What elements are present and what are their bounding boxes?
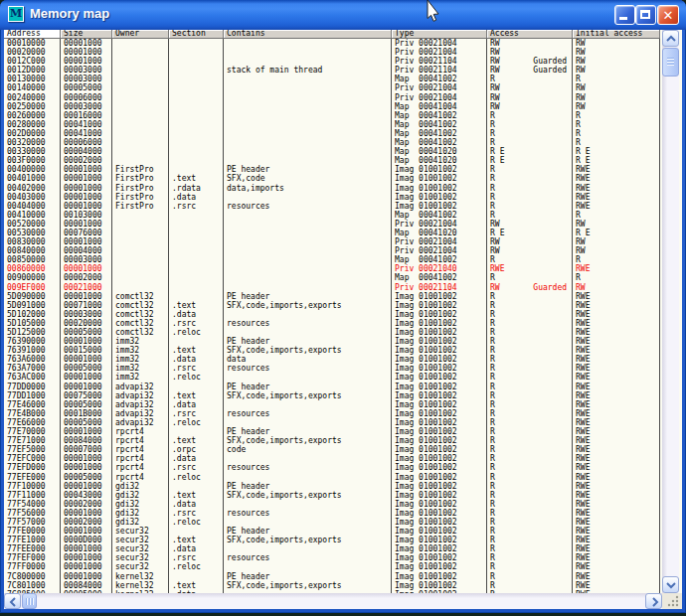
table-row[interactable]: 0052000000001000Priv 00021004RWRW — [4, 220, 682, 229]
column-header-initial-access[interactable]: Initial access — [573, 30, 660, 39]
table-row[interactable]: 0040100000001000FirstPro.textSFX,codeIma… — [4, 174, 682, 183]
table-row[interactable]: 77DD100000075000advapi32.textSFX,code,im… — [4, 391, 682, 400]
table-row[interactable]: 7C80100000084000kernel32.textSFX,code,im… — [4, 581, 682, 590]
table-row[interactable]: 002D000000041000Map 00041002RR — [4, 129, 682, 138]
table-row[interactable]: 003F000000002000Map 00041020R ER E — [4, 156, 682, 165]
cell-section: .rsrc — [169, 463, 224, 472]
cell-owner: FirstPro — [112, 165, 169, 174]
table-row[interactable]: 763AC00000001000imm32.relocImag 01001002… — [4, 373, 682, 382]
table-row[interactable]: 7C80000000001000kernel32PE headerImag 01… — [4, 572, 682, 581]
minimize-button[interactable] — [614, 5, 635, 25]
table-row[interactable]: 77FE000000001000secur32PE headerImag 010… — [4, 527, 682, 536]
table-row[interactable]: 77FEF00000001000secur32.rsrcresourcesIma… — [4, 553, 682, 562]
table-row[interactable]: 77F5700000002000gdi32.relocImag 01001002… — [4, 518, 682, 527]
table-row[interactable]: 763A700000005000imm32.rsrcresourcesImag … — [4, 364, 682, 373]
cell-access: R — [487, 527, 573, 536]
cell-access: R — [487, 346, 573, 355]
table-row[interactable]: 77F1000000001000gdi32PE headerImag 01001… — [4, 482, 682, 491]
table-row[interactable]: 77EFD00000001000rpcrt4.rsrcresourcesImag… — [4, 463, 682, 472]
column-header-contains[interactable]: Contains — [224, 30, 392, 39]
table-row[interactable]: 0040200000001000FirstPro.rdatadata,impor… — [4, 184, 682, 193]
table-row[interactable]: 0053000000076000Map 00041020R ER E — [4, 229, 682, 237]
column-header-type[interactable]: Type — [392, 30, 487, 39]
cell-size: 00041000 — [61, 120, 112, 129]
scroll-right-button[interactable] — [645, 593, 662, 609]
table-row[interactable]: 0040000000001000FirstProPE headerImag 01… — [4, 165, 682, 174]
table-row[interactable]: 0032000000006000Map 00041002RR — [4, 138, 682, 147]
cell-type: Imag 01001002 — [392, 536, 487, 544]
column-header-access[interactable]: Access — [487, 30, 573, 39]
table-row[interactable]: 77FF000000001000secur32.relocImag 010010… — [4, 562, 682, 571]
cell-initial_access: R — [573, 75, 660, 83]
table-row[interactable]: 77E4600000005000advapi32.dataImag 010010… — [4, 400, 682, 409]
table-row[interactable]: 0086000000001000Priv 00021040RWERWE — [4, 264, 682, 273]
column-header-address[interactable]: Address — [4, 30, 61, 39]
table-row[interactable]: 0001000000001000Priv 00021004RWRW — [4, 39, 682, 48]
table-row[interactable]: 77DD000000001000advapi32PE headerImag 01… — [4, 383, 682, 391]
table-row[interactable]: 77FE10000000D000secur32.textSFX,code,imp… — [4, 536, 682, 544]
table-row[interactable]: 0014000000005000Priv 00021004RWRW — [4, 83, 682, 92]
vertical-scrollbar[interactable] — [662, 30, 679, 593]
title-bar[interactable]: M Memory map ✕ — [0, 0, 686, 30]
table-row[interactable]: 77EFE00000005000rpcrt4.relocImag 0100100… — [4, 473, 682, 482]
maximize-button[interactable] — [635, 5, 656, 25]
table-row[interactable]: 0012D00000003000stack of main threadPriv… — [4, 66, 682, 75]
memory-map-table[interactable]: 0001000000001000Priv 00021004RWRW0002000… — [4, 39, 682, 593]
table-row[interactable]: 77E4B0000001B000advapi32.rsrcresourcesIm… — [4, 409, 682, 418]
scroll-down-button[interactable] — [662, 576, 679, 593]
table-row[interactable]: 7639000000001000imm32PE headerImag 01001… — [4, 337, 682, 346]
vertical-scroll-thumb[interactable] — [662, 48, 679, 77]
cell-owner — [112, 147, 169, 156]
cell-contains: code — [224, 445, 392, 454]
table-row[interactable]: 009EF00000021000Priv 00021104RW GuardedR… — [4, 283, 682, 292]
table-row[interactable]: 0083000000001000Priv 00021004RWRW — [4, 237, 682, 246]
table-row[interactable]: 0025000000003000Map 00041004RWRW — [4, 102, 682, 111]
table-row[interactable]: 0002000000001000Priv 00021004RWRW — [4, 48, 682, 57]
table-row[interactable]: 77F5400000002000gdi32.dataImag 01001002R… — [4, 500, 682, 509]
horizontal-scrollbar[interactable] — [4, 593, 662, 609]
table-row[interactable]: 77E7100000084000rpcrt4.textSFX,code,impo… — [4, 436, 682, 445]
cell-size: 00043000 — [61, 491, 112, 500]
window-resize-grip[interactable] — [662, 593, 682, 609]
table-row[interactable]: 5D09100000071000comctl32.textSFX,code,im… — [4, 301, 682, 310]
table-row[interactable]: 77EF500000007000rpcrt4.orpccodeImag 0100… — [4, 445, 682, 454]
cell-section — [169, 211, 224, 220]
table-row[interactable]: 0013000000003000Map 00041002RR — [4, 75, 682, 83]
table-row[interactable]: 0024000000006000Priv 00021004RWRW — [4, 93, 682, 102]
cell-access: R E — [487, 229, 573, 237]
horizontal-scroll-thumb[interactable] — [22, 593, 37, 609]
table-row[interactable]: 77E6600000005000advapi32.relocImag 01001… — [4, 418, 682, 427]
table-row[interactable]: 77F5600000001000gdi32.rsrcresourcesImag … — [4, 509, 682, 518]
table-row[interactable]: 763A600000001000imm32.datadataImag 01001… — [4, 355, 682, 364]
table-row[interactable]: 77EFC00000001000rpcrt4.dataImag 01001002… — [4, 454, 682, 463]
scroll-up-button[interactable] — [662, 30, 679, 47]
table-row[interactable]: 77FEE00000001000secur32.dataImag 0100100… — [4, 544, 682, 553]
table-row[interactable]: 7639100000015000imm32.textSFX,code,impor… — [4, 346, 682, 355]
table-row[interactable]: 5D10200000003000comctl32.dataImag 010010… — [4, 310, 682, 319]
table-row[interactable]: 77F1100000043000gdi32.textSFX,code,impor… — [4, 491, 682, 500]
table-row[interactable]: 5D10500000020000comctl32.rsrcresourcesIm… — [4, 319, 682, 328]
table-row[interactable]: 5D12500000005000comctl32.relocImag 01001… — [4, 328, 682, 337]
column-header-section[interactable]: Section — [169, 30, 224, 39]
app-icon[interactable]: M — [8, 6, 24, 22]
table-row[interactable]: 0090000000002000Map 00041002RR — [4, 273, 682, 282]
table-row[interactable]: 0028000000041000Map 00041002RR — [4, 120, 682, 129]
table-row[interactable]: 77E7000000001000rpcrt4PE headerImag 0100… — [4, 427, 682, 436]
table-row[interactable]: 0040300000001000FirstPro.dataImag 010010… — [4, 193, 682, 202]
table-row[interactable]: 0040400000001000FirstPro.rsrcresourcesIm… — [4, 202, 682, 211]
cell-access: R — [487, 174, 573, 183]
column-header-owner[interactable]: Owner — [112, 30, 169, 39]
cell-size: 0000D000 — [61, 536, 112, 544]
table-row[interactable]: 0012C00000001000Priv 00021104RW GuardedR… — [4, 57, 682, 66]
cell-size: 00006000 — [61, 93, 112, 102]
scroll-left-button[interactable] — [4, 593, 21, 609]
table-row[interactable]: 0033000000004000Map 00041020R ER E — [4, 147, 682, 156]
table-row[interactable]: 0085000000003000Map 00041002RR — [4, 255, 682, 264]
column-header-size[interactable]: Size — [61, 30, 112, 39]
cell-size: 00005000 — [61, 473, 112, 482]
close-button[interactable]: ✕ — [657, 5, 679, 25]
table-row[interactable]: 0026000000016000Map 00041002RR — [4, 111, 682, 120]
table-row[interactable]: 5D09000000001000comctl32PE headerImag 01… — [4, 292, 682, 301]
table-row[interactable]: 0084000000004000Priv 00021004RWRW — [4, 246, 682, 255]
table-row[interactable]: 0041000000103000Map 00041002RR — [4, 211, 682, 220]
